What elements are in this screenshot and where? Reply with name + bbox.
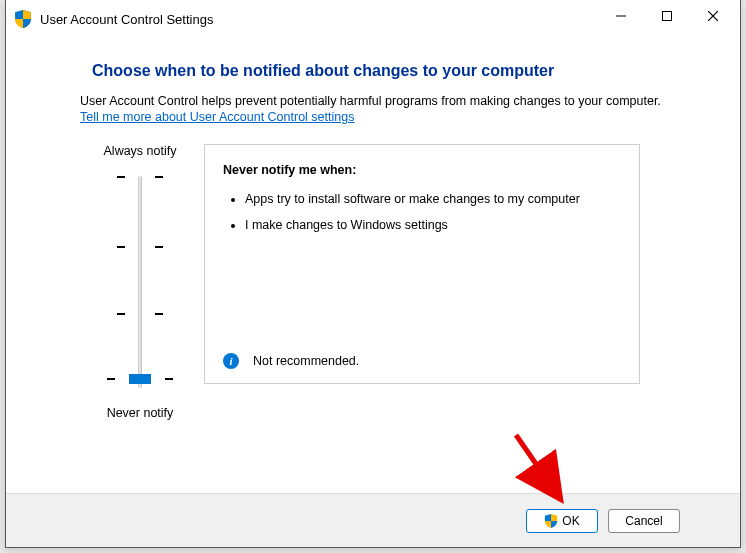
slider-bottom-label: Never notify: [80, 406, 200, 420]
notification-level-slider[interactable]: [115, 168, 165, 396]
shield-icon: [14, 10, 32, 28]
close-button[interactable]: [690, 0, 736, 32]
level-description-box: Never notify me when: Apps try to instal…: [204, 144, 640, 384]
cancel-button[interactable]: Cancel: [608, 509, 680, 533]
shield-icon: [544, 514, 558, 528]
description-text: User Account Control helps prevent poten…: [80, 94, 692, 108]
uac-settings-window: User Account Control Settings Choose whe…: [5, 0, 741, 548]
page-heading: Choose when to be notified about changes…: [92, 62, 692, 80]
svg-rect-1: [663, 12, 672, 21]
info-icon: i: [223, 353, 239, 369]
recommendation-text: Not recommended.: [253, 354, 359, 368]
cancel-button-label: Cancel: [625, 514, 662, 528]
titlebar: User Account Control Settings: [6, 0, 740, 38]
info-bullet: I make changes to Windows settings: [245, 217, 611, 233]
slider-thumb[interactable]: [129, 374, 151, 384]
dialog-footer: OK Cancel: [6, 493, 740, 547]
info-title: Never notify me when:: [223, 163, 611, 177]
maximize-button[interactable]: [644, 0, 690, 32]
window-title: User Account Control Settings: [40, 12, 598, 27]
learn-more-link[interactable]: Tell me more about User Account Control …: [80, 110, 354, 124]
minimize-button[interactable]: [598, 0, 644, 32]
slider-column: Always notify Never notify: [80, 144, 200, 420]
info-bullet: Apps try to install software or make cha…: [245, 191, 611, 207]
slider-top-label: Always notify: [80, 144, 200, 158]
content-area: Choose when to be notified about changes…: [6, 38, 740, 493]
ok-button[interactable]: OK: [526, 509, 598, 533]
ok-button-label: OK: [562, 514, 579, 528]
